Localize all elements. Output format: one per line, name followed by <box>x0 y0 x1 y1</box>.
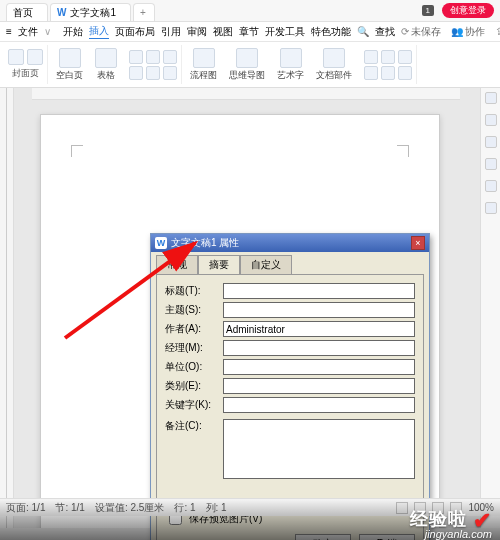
label-comments: 备注(C): <box>165 419 219 433</box>
dialog-title-text: 文字文稿1 属性 <box>171 236 239 250</box>
label-title: 标题(T): <box>165 284 219 298</box>
tab-layout[interactable]: 页面布局 <box>115 25 155 39</box>
cover-icon[interactable] <box>8 49 24 65</box>
tab-home[interactable]: 首页 <box>6 3 48 21</box>
shape-icon[interactable] <box>146 50 160 64</box>
vertical-ruler <box>0 88 14 528</box>
margin-mark-tr <box>397 145 409 157</box>
bottom-gradient <box>0 500 500 540</box>
menu-file[interactable]: 文件 <box>18 25 38 39</box>
horizontal-ruler <box>32 88 460 100</box>
link-icon[interactable] <box>381 66 395 80</box>
tab-dev[interactable]: 开发工具 <box>265 25 305 39</box>
crossref-icon[interactable] <box>398 66 412 80</box>
input-manager[interactable] <box>223 340 415 356</box>
window-tab-strip: 首页 W 文字文稿1 + 1 创意登录 <box>0 0 500 22</box>
dialog-tab-custom[interactable]: 自定义 <box>240 255 292 274</box>
tab-review[interactable]: 审阅 <box>187 25 207 39</box>
rail-icon-2[interactable] <box>485 114 497 126</box>
menu-collab[interactable]: 👥协作 <box>451 25 485 39</box>
input-title[interactable] <box>223 283 415 299</box>
margin-mark-tl <box>71 145 83 157</box>
properties-dialog: W 文字文稿1 属性 × 常规 摘要 自定义 标题(T): 主题(S): 作者(… <box>150 233 430 540</box>
ribbon: 封面页 空白页 表格 流程图 思维导图 艺术字 文档部件 <box>0 42 500 88</box>
input-keywords[interactable] <box>223 397 415 413</box>
page-icon[interactable] <box>381 50 395 64</box>
input-company[interactable] <box>223 359 415 375</box>
ribbon-blank[interactable]: 空白页 <box>52 45 87 84</box>
menu-bar: ≡ 文件 ∨ 开始 插入 页面布局 引用 审阅 视图 章节 开发工具 特色功能 … <box>0 22 500 42</box>
ribbon-art[interactable]: 艺术字 <box>273 45 308 84</box>
dialog-app-icon: W <box>155 237 167 249</box>
ribbon-flow[interactable]: 流程图 <box>186 45 221 84</box>
label-company: 单位(O): <box>165 360 219 374</box>
notification-badge[interactable]: 1 <box>422 5 434 16</box>
rail-icon-6[interactable] <box>485 202 497 214</box>
menu-share[interactable]: ⇪分享 <box>495 25 500 39</box>
tab-document[interactable]: W 文字文稿1 <box>50 3 131 21</box>
tab-special[interactable]: 特色功能 <box>311 25 351 39</box>
icon-icon[interactable] <box>163 50 177 64</box>
workspace: W 文字文稿1 属性 × 常规 摘要 自定义 标题(T): 主题(S): 作者(… <box>0 88 500 528</box>
label-manager: 经理(M): <box>165 341 219 355</box>
dialog-close-button[interactable]: × <box>411 236 425 250</box>
dialog-titlebar[interactable]: W 文字文稿1 属性 × <box>151 234 429 252</box>
dialog-tab-general[interactable]: 常规 <box>156 255 198 274</box>
ribbon-parts[interactable]: 文档部件 <box>312 45 356 84</box>
res-icon[interactable] <box>364 50 378 64</box>
input-author[interactable] <box>223 321 415 337</box>
input-category[interactable] <box>223 378 415 394</box>
label-subject: 主题(S): <box>165 303 219 317</box>
attach-icon[interactable] <box>364 66 378 80</box>
side-rail <box>480 88 500 528</box>
rail-icon-1[interactable] <box>485 92 497 104</box>
group-page-label: 封面页 <box>12 67 39 80</box>
menu-search[interactable]: 查找 <box>375 25 395 39</box>
word-icon: W <box>57 7 66 18</box>
online-icon[interactable] <box>163 66 177 80</box>
chart-icon[interactable] <box>129 66 143 80</box>
tab-new[interactable]: + <box>133 3 155 21</box>
tab-view[interactable]: 视图 <box>213 25 233 39</box>
rail-icon-5[interactable] <box>485 180 497 192</box>
label-keywords: 关键字(K): <box>165 398 219 412</box>
input-subject[interactable] <box>223 302 415 318</box>
tab-reference[interactable]: 引用 <box>161 25 181 39</box>
label-category: 类别(E): <box>165 379 219 393</box>
tab-insert[interactable]: 插入 <box>89 24 109 39</box>
input-comments[interactable] <box>223 419 415 479</box>
label-author: 作者(A): <box>165 322 219 336</box>
rail-icon-4[interactable] <box>485 158 497 170</box>
tab-chapter[interactable]: 章节 <box>239 25 259 39</box>
menu-unsaved[interactable]: ⟳未保存 <box>401 25 441 39</box>
pic-icon[interactable] <box>129 50 143 64</box>
menu-file-icon[interactable]: ≡ <box>6 26 12 37</box>
dialog-tabs: 常规 摘要 自定义 <box>151 252 429 274</box>
tab-document-label: 文字文稿1 <box>70 6 116 20</box>
break-icon[interactable] <box>27 49 43 65</box>
ribbon-table[interactable]: 表格 <box>91 45 121 84</box>
dialog-tab-summary[interactable]: 摘要 <box>198 255 240 274</box>
login-badge[interactable]: 创意登录 <box>442 3 494 18</box>
ribbon-mind[interactable]: 思维导图 <box>225 45 269 84</box>
formula-icon[interactable] <box>398 50 412 64</box>
tab-begin[interactable]: 开始 <box>63 25 83 39</box>
smartart-icon[interactable] <box>146 66 160 80</box>
rail-icon-3[interactable] <box>485 136 497 148</box>
tab-home-label: 首页 <box>13 6 33 20</box>
